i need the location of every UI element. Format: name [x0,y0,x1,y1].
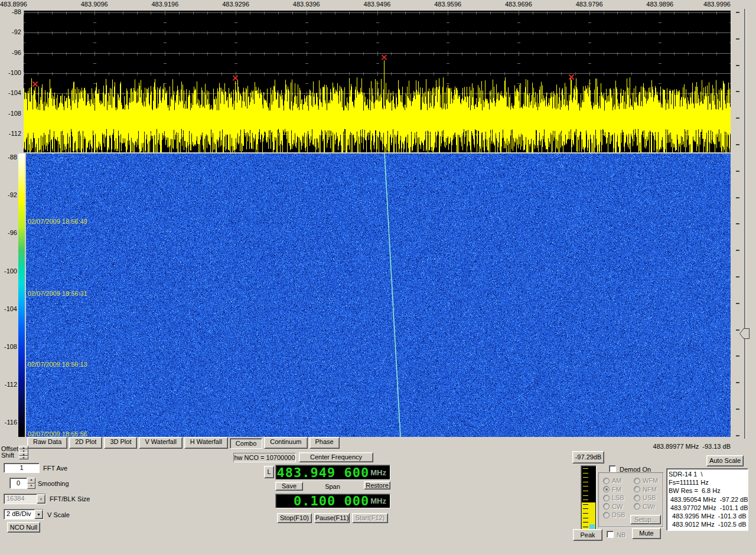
info-line: 483.9012 MHz -102.5 dB [669,520,746,528]
stop-button[interactable]: Stop(F10) [277,513,312,523]
receiver-info-box: SDR-14 1 \Fs=111111 HzBW Res = 6.8 Hz 48… [666,468,748,531]
waterfall-db-label: -108 [0,343,17,350]
span-unit: MHz [370,497,386,505]
spectrum-db-label: -92 [0,28,21,35]
smoothing-value[interactable]: 0 [9,478,27,489]
freq-tick-label: 483.9996 [695,1,731,8]
mode-option-am[interactable]: AM [603,476,625,485]
radio-icon [603,512,610,518]
spectrum-plot[interactable] [24,11,731,152]
radio-icon [634,486,640,492]
cursor-readout: 483.89977 MHz -93.13 dB [591,443,731,450]
waterfall-db-label: -100 [0,267,17,275]
center-frequency-button[interactable]: Center Frequency [299,452,373,462]
fft-blk-size-label: FFT/BLK Size [50,495,90,502]
mode-option-cwr[interactable]: CWr [634,502,658,511]
start-button[interactable]: Start(F12) [352,513,388,523]
pause-button[interactable]: Pause(F11) [314,513,350,523]
v-scale-select[interactable]: 2 dB/Div ▼ [4,509,44,520]
right-slider-track[interactable] [744,9,746,439]
info-line: BW Res = 6.8 Hz [669,487,746,495]
offset-stepper[interactable]: ▲▼ [19,446,28,452]
tab-raw-data[interactable]: Raw Data [27,437,67,449]
restore-button[interactable]: Restore [364,481,390,489]
level-button[interactable]: -97.29dB [572,451,604,463]
fft-ave-input[interactable]: 1 [4,463,40,473]
signal-meter [581,465,597,531]
slider-tick [736,144,739,145]
mode-option-usb[interactable]: USB [634,494,658,502]
nb-checkbox[interactable] [607,531,614,538]
view-tab-bar: Raw Data2D Plot3D PlotV WaterfallH Water… [27,437,340,449]
mode-label: CW [612,503,623,510]
mode-label: AM [612,477,622,484]
mute-button[interactable]: Mute [632,528,661,539]
meter-tick [583,468,588,469]
slider-tick [736,250,739,251]
shift-stepper[interactable]: ▲▼ [19,452,28,458]
frequency-digits: 483.949 600 [277,465,370,480]
freq-tick-label: 483.9696 [501,1,536,8]
waterfall-colorbar [18,154,25,437]
radio-icon [603,478,610,484]
spectrum-db-label: -108 [0,110,21,117]
info-line: 483.9295 MHz -101.3 dB [669,512,746,520]
slider-tick [736,223,739,224]
setup-button[interactable]: Setup... [630,515,661,524]
lock-button[interactable]: L [264,466,274,478]
mode-option-lsb[interactable]: LSB [603,494,625,502]
spectrum-db-label: -88 [0,8,21,15]
meter-tick [583,491,588,491]
demod-on-checkbox[interactable] [609,465,616,472]
spectrum-db-label: -112 [0,130,21,137]
smoothing-stepper[interactable]: ▲▼ [27,478,35,489]
meter-tick [583,513,588,514]
right-slider-thumb[interactable] [739,328,750,339]
slider-tick [736,276,739,278]
shift-label: Shift [1,452,14,459]
dropdown-arrow-icon[interactable]: ▼ [37,494,45,504]
waterfall-db-label: -104 [0,305,17,312]
mode-label: USB [643,494,656,501]
hw-nco-readout: hw NCO = 10700000 [233,453,296,462]
slider-tick [736,117,739,119]
tab-v-waterfall[interactable]: V Waterfall [139,437,182,449]
radio-icon [603,495,610,501]
waterfall-plot[interactable] [26,154,731,437]
freq-tick-label: 483.9896 [642,1,677,8]
tab-phase[interactable]: Phase [309,437,340,449]
meter-tick [583,522,588,523]
freq-tick-label: 483.9396 [289,1,324,8]
smoothing-label: Smoothing [38,480,69,487]
save-button[interactable]: Save [275,482,303,491]
slider-tick [736,409,739,410]
tab-h-waterfall[interactable]: H Waterfall [184,437,228,449]
tab-combo[interactable]: Combo [230,438,262,449]
v-scale-value: 2 dB/Div [6,510,31,517]
mode-option-dsb[interactable]: DSB [603,511,625,519]
tab-3d-plot[interactable]: 3D Plot [104,437,137,449]
slider-tick [736,65,739,66]
spectrum-db-axis: -88-92-96-100-104-108-112 [0,11,22,152]
fft-blk-size-value: 16384 [6,495,25,502]
mode-option-fm[interactable]: FM [603,485,625,494]
tab-continuum[interactable]: Continuum [264,437,307,449]
nco-null-button[interactable]: NCO Null [7,522,40,533]
radio-icon [634,478,640,484]
span-display[interactable]: 0.100 000 MHz [275,494,390,508]
fft-blk-size-select[interactable]: 16384 ▼ [4,494,46,504]
mode-option-nfm[interactable]: NFM [634,485,658,494]
meter-tick [583,486,588,487]
frequency-display[interactable]: 483.949 600 MHz [275,465,390,480]
waterfall-db-label: -116 [0,419,17,426]
spectrum-db-label: -100 [0,69,21,76]
meter-tick [583,500,588,500]
peak-button[interactable]: Peak [573,529,602,541]
auto-scale-button[interactable]: Auto Scale [706,455,744,466]
tab-2d-plot[interactable]: 2D Plot [69,437,102,449]
freq-tick-label: 483.9496 [360,1,395,8]
dropdown-arrow-icon[interactable]: ▼ [34,510,43,519]
mode-option-cw[interactable]: CW [603,502,625,511]
mode-option-wfm[interactable]: WFM [634,476,658,485]
freq-tick-label: 483.8996 [0,1,35,8]
